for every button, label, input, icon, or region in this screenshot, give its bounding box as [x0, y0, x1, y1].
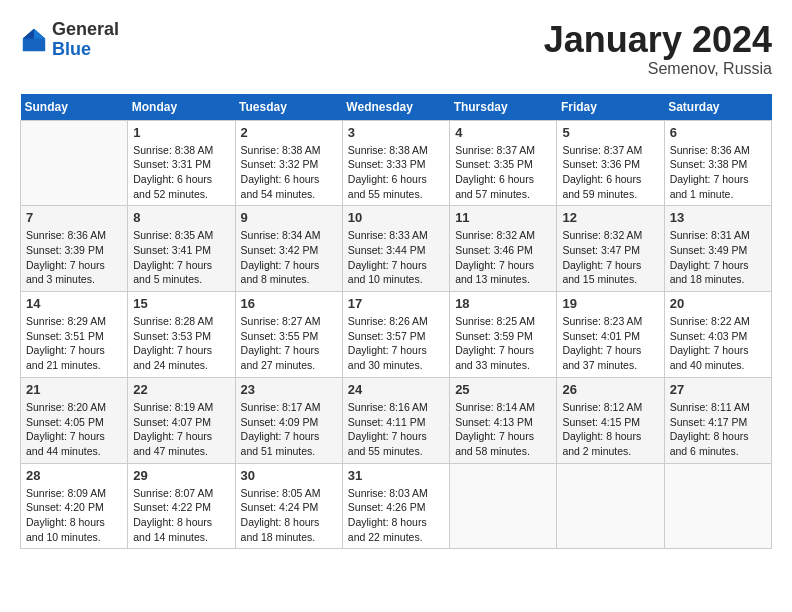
day-number: 17 [348, 296, 444, 311]
day-info: Sunrise: 8:07 AM Sunset: 4:22 PM Dayligh… [133, 486, 229, 545]
calendar-cell: 26Sunrise: 8:12 AM Sunset: 4:15 PM Dayli… [557, 377, 664, 463]
calendar-cell: 25Sunrise: 8:14 AM Sunset: 4:13 PM Dayli… [450, 377, 557, 463]
day-number: 6 [670, 125, 766, 140]
day-info: Sunrise: 8:37 AM Sunset: 3:35 PM Dayligh… [455, 143, 551, 202]
day-info: Sunrise: 8:32 AM Sunset: 3:46 PM Dayligh… [455, 228, 551, 287]
calendar-cell: 3Sunrise: 8:38 AM Sunset: 3:33 PM Daylig… [342, 120, 449, 206]
calendar-cell: 7Sunrise: 8:36 AM Sunset: 3:39 PM Daylig… [21, 206, 128, 292]
day-info: Sunrise: 8:12 AM Sunset: 4:15 PM Dayligh… [562, 400, 658, 459]
day-info: Sunrise: 8:33 AM Sunset: 3:44 PM Dayligh… [348, 228, 444, 287]
calendar-cell: 24Sunrise: 8:16 AM Sunset: 4:11 PM Dayli… [342, 377, 449, 463]
calendar-cell: 8Sunrise: 8:35 AM Sunset: 3:41 PM Daylig… [128, 206, 235, 292]
calendar-cell: 22Sunrise: 8:19 AM Sunset: 4:07 PM Dayli… [128, 377, 235, 463]
day-number: 23 [241, 382, 337, 397]
day-info: Sunrise: 8:09 AM Sunset: 4:20 PM Dayligh… [26, 486, 122, 545]
calendar-cell: 11Sunrise: 8:32 AM Sunset: 3:46 PM Dayli… [450, 206, 557, 292]
day-info: Sunrise: 8:25 AM Sunset: 3:59 PM Dayligh… [455, 314, 551, 373]
calendar-cell: 14Sunrise: 8:29 AM Sunset: 3:51 PM Dayli… [21, 292, 128, 378]
day-number: 11 [455, 210, 551, 225]
day-info: Sunrise: 8:28 AM Sunset: 3:53 PM Dayligh… [133, 314, 229, 373]
day-info: Sunrise: 8:38 AM Sunset: 3:31 PM Dayligh… [133, 143, 229, 202]
day-info: Sunrise: 8:26 AM Sunset: 3:57 PM Dayligh… [348, 314, 444, 373]
day-info: Sunrise: 8:16 AM Sunset: 4:11 PM Dayligh… [348, 400, 444, 459]
header-wednesday: Wednesday [342, 94, 449, 121]
day-number: 18 [455, 296, 551, 311]
calendar-cell: 30Sunrise: 8:05 AM Sunset: 4:24 PM Dayli… [235, 463, 342, 549]
header-tuesday: Tuesday [235, 94, 342, 121]
day-number: 31 [348, 468, 444, 483]
calendar-body: 1Sunrise: 8:38 AM Sunset: 3:31 PM Daylig… [21, 120, 772, 549]
calendar-cell: 12Sunrise: 8:32 AM Sunset: 3:47 PM Dayli… [557, 206, 664, 292]
calendar-cell: 18Sunrise: 8:25 AM Sunset: 3:59 PM Dayli… [450, 292, 557, 378]
calendar-cell [557, 463, 664, 549]
calendar-cell: 19Sunrise: 8:23 AM Sunset: 4:01 PM Dayli… [557, 292, 664, 378]
calendar-week-row: 14Sunrise: 8:29 AM Sunset: 3:51 PM Dayli… [21, 292, 772, 378]
calendar-cell: 6Sunrise: 8:36 AM Sunset: 3:38 PM Daylig… [664, 120, 771, 206]
day-info: Sunrise: 8:27 AM Sunset: 3:55 PM Dayligh… [241, 314, 337, 373]
day-info: Sunrise: 8:14 AM Sunset: 4:13 PM Dayligh… [455, 400, 551, 459]
weekday-row: Sunday Monday Tuesday Wednesday Thursday… [21, 94, 772, 121]
day-number: 14 [26, 296, 122, 311]
calendar-week-row: 1Sunrise: 8:38 AM Sunset: 3:31 PM Daylig… [21, 120, 772, 206]
day-info: Sunrise: 8:11 AM Sunset: 4:17 PM Dayligh… [670, 400, 766, 459]
day-info: Sunrise: 8:32 AM Sunset: 3:47 PM Dayligh… [562, 228, 658, 287]
day-info: Sunrise: 8:17 AM Sunset: 4:09 PM Dayligh… [241, 400, 337, 459]
day-info: Sunrise: 8:03 AM Sunset: 4:26 PM Dayligh… [348, 486, 444, 545]
calendar-cell: 15Sunrise: 8:28 AM Sunset: 3:53 PM Dayli… [128, 292, 235, 378]
logo-icon [20, 26, 48, 54]
logo-blue: Blue [52, 39, 91, 59]
day-number: 9 [241, 210, 337, 225]
day-number: 25 [455, 382, 551, 397]
day-info: Sunrise: 8:23 AM Sunset: 4:01 PM Dayligh… [562, 314, 658, 373]
day-info: Sunrise: 8:29 AM Sunset: 3:51 PM Dayligh… [26, 314, 122, 373]
calendar-week-row: 28Sunrise: 8:09 AM Sunset: 4:20 PM Dayli… [21, 463, 772, 549]
day-info: Sunrise: 8:22 AM Sunset: 4:03 PM Dayligh… [670, 314, 766, 373]
calendar-cell: 13Sunrise: 8:31 AM Sunset: 3:49 PM Dayli… [664, 206, 771, 292]
day-number: 5 [562, 125, 658, 140]
svg-marker-1 [34, 29, 45, 39]
calendar-cell [664, 463, 771, 549]
day-number: 30 [241, 468, 337, 483]
title-block: January 2024 Semenov, Russia [544, 20, 772, 78]
page-header: General Blue January 2024 Semenov, Russi… [20, 20, 772, 78]
day-number: 7 [26, 210, 122, 225]
day-number: 26 [562, 382, 658, 397]
calendar-cell: 4Sunrise: 8:37 AM Sunset: 3:35 PM Daylig… [450, 120, 557, 206]
day-number: 28 [26, 468, 122, 483]
day-info: Sunrise: 8:20 AM Sunset: 4:05 PM Dayligh… [26, 400, 122, 459]
day-info: Sunrise: 8:38 AM Sunset: 3:33 PM Dayligh… [348, 143, 444, 202]
day-number: 20 [670, 296, 766, 311]
logo: General Blue [20, 20, 119, 60]
day-number: 1 [133, 125, 229, 140]
calendar-cell: 17Sunrise: 8:26 AM Sunset: 3:57 PM Dayli… [342, 292, 449, 378]
calendar-week-row: 7Sunrise: 8:36 AM Sunset: 3:39 PM Daylig… [21, 206, 772, 292]
day-info: Sunrise: 8:31 AM Sunset: 3:49 PM Dayligh… [670, 228, 766, 287]
calendar-cell: 2Sunrise: 8:38 AM Sunset: 3:32 PM Daylig… [235, 120, 342, 206]
logo-general: General [52, 19, 119, 39]
calendar-table: Sunday Monday Tuesday Wednesday Thursday… [20, 94, 772, 550]
day-number: 24 [348, 382, 444, 397]
location-subtitle: Semenov, Russia [544, 60, 772, 78]
calendar-cell: 16Sunrise: 8:27 AM Sunset: 3:55 PM Dayli… [235, 292, 342, 378]
day-info: Sunrise: 8:05 AM Sunset: 4:24 PM Dayligh… [241, 486, 337, 545]
day-number: 19 [562, 296, 658, 311]
calendar-week-row: 21Sunrise: 8:20 AM Sunset: 4:05 PM Dayli… [21, 377, 772, 463]
calendar-cell [450, 463, 557, 549]
day-info: Sunrise: 8:19 AM Sunset: 4:07 PM Dayligh… [133, 400, 229, 459]
day-info: Sunrise: 8:34 AM Sunset: 3:42 PM Dayligh… [241, 228, 337, 287]
day-info: Sunrise: 8:38 AM Sunset: 3:32 PM Dayligh… [241, 143, 337, 202]
day-number: 22 [133, 382, 229, 397]
day-number: 12 [562, 210, 658, 225]
calendar-cell [21, 120, 128, 206]
day-info: Sunrise: 8:36 AM Sunset: 3:39 PM Dayligh… [26, 228, 122, 287]
day-info: Sunrise: 8:36 AM Sunset: 3:38 PM Dayligh… [670, 143, 766, 202]
day-number: 10 [348, 210, 444, 225]
day-number: 4 [455, 125, 551, 140]
calendar-cell: 31Sunrise: 8:03 AM Sunset: 4:26 PM Dayli… [342, 463, 449, 549]
day-number: 27 [670, 382, 766, 397]
day-number: 8 [133, 210, 229, 225]
calendar-cell: 28Sunrise: 8:09 AM Sunset: 4:20 PM Dayli… [21, 463, 128, 549]
day-number: 29 [133, 468, 229, 483]
calendar-cell: 27Sunrise: 8:11 AM Sunset: 4:17 PM Dayli… [664, 377, 771, 463]
month-title: January 2024 [544, 20, 772, 60]
